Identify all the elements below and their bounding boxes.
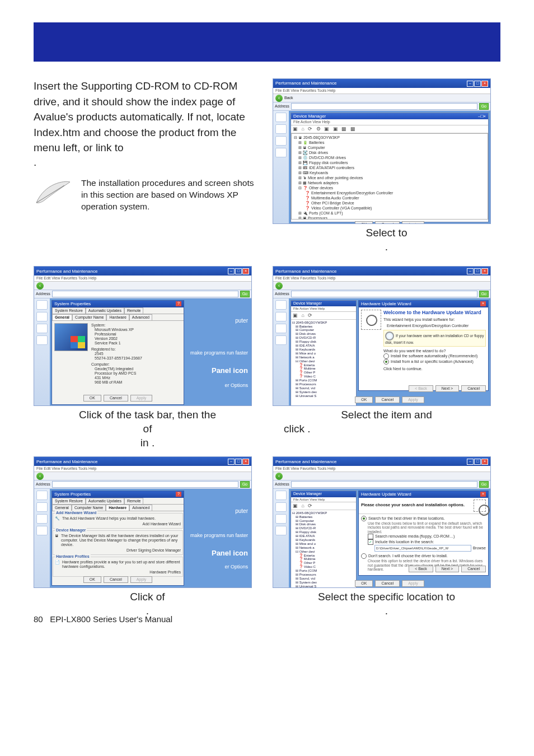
screenshot-hardware-wizard-search: Performance and Maintenance–□× File Edit… — [273, 456, 491, 588]
device-manager-icon: 🖥 — [55, 534, 59, 547]
cancel-button[interactable]: Cancel — [461, 385, 486, 392]
ok-button[interactable]: OK — [83, 395, 101, 402]
screenshot-system-properties-general: Performance and Maintenance–□× File Edit… — [34, 266, 252, 406]
cancel-button[interactable]: Cancel — [461, 566, 486, 572]
note-text: The installation procedures and screen s… — [81, 178, 261, 213]
intro-paragraph: Insert the Supporting CD-ROM to CD-ROM d… — [34, 78, 257, 156]
caption-1: Select to. — [273, 226, 500, 254]
browse-button[interactable]: Browse — [473, 546, 486, 550]
wizard-icon — [361, 310, 381, 330]
chip-icon: 🔧 — [55, 516, 60, 521]
page-footer: 80 EPI-LX800 Series User's Manual — [34, 614, 172, 624]
hardware-profiles-button[interactable]: Hardware Profiles — [149, 570, 181, 574]
profiles-icon: 📄 — [55, 560, 60, 569]
note-feather-icon — [34, 178, 73, 208]
screenshot-device-manager: Performance and Maintenance –□× File Edi… — [273, 78, 491, 224]
caption-3: Select the item and click . — [273, 408, 500, 436]
path-input[interactable]: D:\Driver\Driver_Chipset\AMD\LX\Geode_XP… — [374, 545, 471, 552]
next-button[interactable]: Next > — [435, 566, 459, 572]
driver-signing-button[interactable]: Driver Signing — [127, 548, 151, 552]
header-bar — [34, 22, 500, 62]
toolbar-icons[interactable]: ▣ ⌂ ⟳ ⚙ ▣ ▣ ▩ ▩ — [291, 125, 488, 133]
caption-5: Select the specific location to. — [273, 590, 500, 618]
back-button[interactable]: < Back — [409, 566, 433, 572]
device-manager-button[interactable]: Device Manager — [152, 548, 181, 552]
screenshot-system-properties-hardware: Performance and Maintenance–□× File Edit… — [34, 456, 252, 588]
screenshot-hardware-wizard-welcome: Performance and Maintenance–□× File Edit… — [273, 266, 491, 406]
windows-logo-icon — [54, 323, 88, 351]
caption-2: Click of the task bar, then the of in . — [34, 408, 261, 450]
add-hardware-wizard-button[interactable]: Add Hardware Wizard — [143, 522, 181, 526]
cancel-button[interactable]: Cancel — [104, 395, 128, 402]
next-button[interactable]: Next > — [435, 385, 459, 392]
